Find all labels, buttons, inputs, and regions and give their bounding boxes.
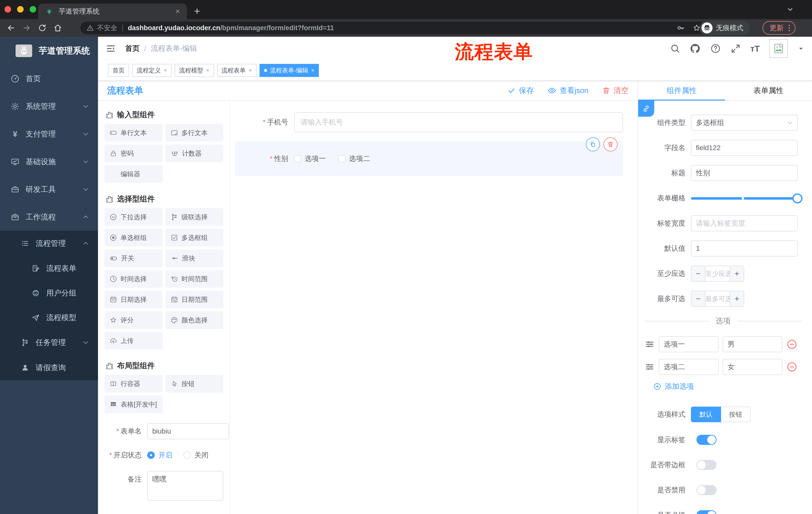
delete-component-button[interactable] (604, 137, 617, 152)
option-1-value-input[interactable] (723, 336, 782, 352)
component-chip-date-range[interactable]: 日期范围 (166, 291, 224, 308)
component-chip-color-picker[interactable]: 颜色选择 (166, 311, 224, 329)
close-icon[interactable]: × (311, 67, 315, 74)
max-select-input[interactable] (705, 291, 730, 306)
component-chip-slider[interactable]: 滑块 (166, 249, 224, 267)
sidebar-item-system[interactable]: 系统管理 (0, 92, 98, 120)
component-chip-single-text[interactable]: 单行文本 (105, 124, 163, 141)
phone-field-row[interactable]: 手机号 (235, 112, 623, 132)
sidebar-item-infra[interactable]: 基础设施 (0, 148, 98, 175)
tab-form-props[interactable]: 表单属性 (725, 81, 812, 100)
hamburger-icon[interactable] (106, 43, 116, 54)
fullscreen-icon[interactable] (730, 43, 741, 54)
drag-handle-icon[interactable] (645, 362, 655, 372)
default-value-input[interactable] (691, 240, 798, 256)
gender-option-2-checkbox[interactable]: 选项二 (339, 154, 370, 163)
duplicate-component-button[interactable] (586, 137, 600, 152)
more-vertical-icon[interactable] (789, 25, 790, 31)
component-chip-time-range[interactable]: 时间范围 (166, 270, 224, 288)
option-1-label-input[interactable] (659, 336, 719, 352)
stepper-increase-button[interactable]: + (730, 266, 744, 281)
option-2-value-input[interactable] (723, 359, 782, 375)
component-chip-switch[interactable]: 开关 (105, 249, 163, 267)
url-bar[interactable]: 不安全 dashboard.yudao.iocoder.cn/bpm/manag… (80, 22, 707, 34)
title-input[interactable] (691, 165, 798, 181)
reload-icon[interactable] (38, 23, 47, 32)
sidebar-item-devtools[interactable]: 研发工具 (0, 175, 98, 203)
form-canvas[interactable]: 手机号 性别 选项一 选项二 (230, 101, 638, 514)
back-icon[interactable] (6, 23, 16, 32)
forward-icon[interactable] (22, 23, 31, 32)
add-option-button[interactable]: 添加选项 (653, 381, 802, 391)
window-close-button[interactable] (4, 6, 11, 12)
form-remark-textarea[interactable]: 嘿嘿 (147, 471, 223, 501)
tag-process-form-edit[interactable]: 流程表单-编辑× (260, 64, 319, 77)
min-select-input[interactable] (705, 266, 730, 281)
component-chip-cascader[interactable]: 级联选择 (166, 208, 224, 226)
view-json-button[interactable]: 查看json (547, 85, 588, 96)
browser-update-button[interactable]: 更新 (762, 21, 795, 35)
sidebar-item-home[interactable]: 首页 (0, 65, 98, 92)
phone-field-input[interactable] (294, 112, 623, 132)
option-2-label-input[interactable] (659, 359, 719, 375)
component-chip-counter[interactable]: 计数器 (166, 144, 224, 162)
disabled-toggle[interactable] (696, 485, 717, 495)
component-chip-time-picker[interactable]: 时间选择 (105, 270, 163, 288)
gender-field-block-selected[interactable]: 性别 选项一 选项二 (235, 141, 623, 176)
new-tab-button[interactable]: + (194, 6, 200, 17)
stepper-decrease-button[interactable]: − (691, 291, 705, 306)
component-chip-row-container[interactable]: 行容器 (105, 375, 163, 393)
window-zoom-button[interactable] (30, 6, 36, 12)
remove-option-button[interactable] (786, 361, 798, 373)
sidebar-item-process-model[interactable]: 流程模型 (0, 305, 98, 330)
component-chip-dropdown[interactable]: 下拉选择 (105, 208, 163, 226)
status-on-radio[interactable]: 开启 (147, 450, 172, 460)
gender-option-1-checkbox[interactable]: 选项一 (294, 154, 326, 163)
tag-process-model[interactable]: 流程模型× (175, 64, 214, 77)
drag-handle-icon[interactable] (645, 339, 655, 349)
field-name-input[interactable] (691, 140, 798, 156)
show-label-toggle[interactable] (696, 435, 717, 445)
style-button-button[interactable]: 按钮 (721, 407, 751, 422)
tag-home[interactable]: 首页 (108, 64, 129, 77)
key-icon[interactable] (676, 24, 685, 32)
style-default-button[interactable]: 默认 (691, 407, 721, 422)
component-chip-button[interactable]: 按钮 (166, 375, 224, 393)
search-icon[interactable] (670, 44, 680, 54)
tabstrip-chevron-icon[interactable] (786, 5, 794, 13)
tag-process-form[interactable]: 流程表单× (217, 64, 257, 77)
component-chip-rate[interactable]: 评分 (105, 311, 163, 329)
component-chip-radio-group[interactable]: 单选框组 (105, 229, 163, 246)
close-icon[interactable]: × (249, 67, 252, 74)
close-icon[interactable]: × (206, 67, 209, 74)
form-name-input[interactable] (147, 423, 229, 439)
link-tag-button[interactable] (638, 101, 654, 117)
sidebar-item-process-form[interactable]: 流程表单 (0, 256, 98, 281)
status-off-radio[interactable]: 关闭 (183, 450, 208, 460)
form-grid-slider[interactable] (691, 190, 802, 206)
browser-tab[interactable]: 芋道管理系统 × (38, 3, 187, 19)
label-width-input[interactable] (691, 215, 798, 231)
github-icon[interactable] (690, 43, 701, 54)
tag-process-definition[interactable]: 流程定义× (132, 64, 172, 77)
sidebar-item-task-manage[interactable]: 任务管理 (0, 330, 98, 355)
component-chip-password[interactable]: 密码 (105, 144, 163, 162)
component-chip-multi-text[interactable]: 多行文本 (166, 124, 224, 141)
not-secure-label[interactable]: 不安全 (97, 23, 117, 32)
required-toggle[interactable] (696, 510, 717, 514)
font-size-icon[interactable]: тT (750, 44, 760, 54)
component-chip-editor[interactable]: 编辑器 (105, 165, 163, 183)
clear-button[interactable]: 清空 (602, 85, 629, 96)
help-icon[interactable] (710, 43, 721, 54)
slider-handle[interactable] (792, 193, 803, 204)
stepper-decrease-button[interactable]: − (691, 266, 705, 281)
sidebar-item-workflow[interactable]: 工作流程 (0, 203, 98, 231)
component-chip-checkbox-group[interactable]: 多选框组 (166, 229, 224, 246)
breadcrumb-home[interactable]: 首页 (125, 44, 140, 54)
sidebar-item-process-manage[interactable]: 流程管理 (0, 231, 98, 256)
close-icon[interactable]: × (164, 67, 167, 74)
tab-close-icon[interactable]: × (175, 7, 180, 16)
caret-down-icon[interactable] (798, 45, 805, 52)
component-chip-upload[interactable]: 上传 (105, 332, 163, 350)
window-minimize-button[interactable] (17, 6, 24, 12)
